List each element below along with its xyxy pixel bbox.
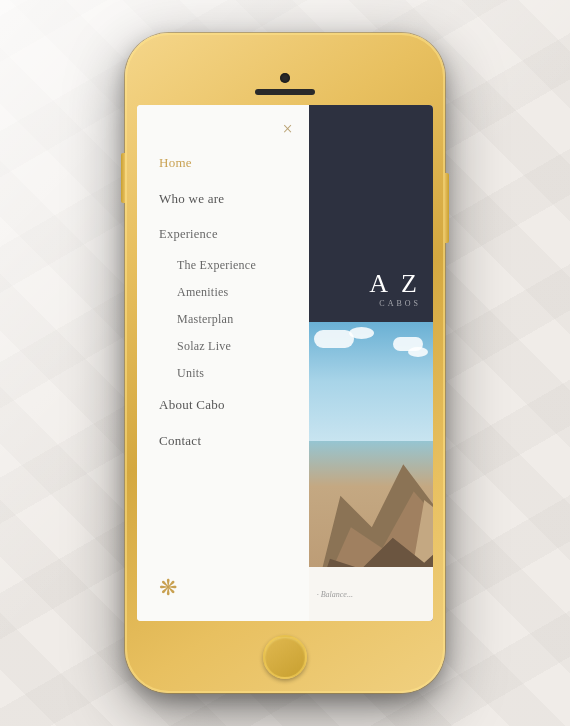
landscape-image: · Balance...: [309, 322, 433, 621]
brand-header: A Z CABOS: [309, 105, 433, 322]
phone-bottom: [125, 621, 445, 693]
screen-content: × Home Who we are Experience The Experie…: [137, 105, 433, 621]
nav-item-units[interactable]: Units: [159, 360, 309, 387]
phone-screen: × Home Who we are Experience The Experie…: [137, 105, 433, 621]
nav-item-experience[interactable]: Experience: [159, 217, 309, 252]
phone-top: [125, 33, 445, 105]
brand-name: A Z: [369, 271, 421, 297]
navigation: Home Who we are Experience The Experienc…: [137, 105, 309, 555]
menu-logo-area: ❋: [137, 555, 309, 621]
nav-item-the-experience[interactable]: The Experience: [159, 252, 309, 279]
nav-item-amenities[interactable]: Amenities: [159, 279, 309, 306]
nav-item-home[interactable]: Home: [159, 145, 309, 181]
brand-subtitle: CABOS: [379, 299, 421, 308]
nav-item-who-we-are[interactable]: Who we are: [159, 181, 309, 217]
cloud-4: [408, 347, 428, 357]
home-button[interactable]: [263, 635, 307, 679]
cloud-1: [314, 330, 354, 348]
menu-panel: × Home Who we are Experience The Experie…: [137, 105, 309, 621]
nav-item-about-cabo[interactable]: About Cabo: [159, 387, 309, 423]
nav-item-contact[interactable]: Contact: [159, 423, 309, 459]
close-button[interactable]: ×: [283, 119, 293, 140]
logo-icon: ❋: [159, 575, 177, 601]
content-panel: A Z CABOS: [309, 105, 433, 621]
caption-text: · Balance...: [317, 590, 353, 599]
speaker-icon: [255, 89, 315, 95]
nav-item-masterplan[interactable]: Masterplan: [159, 306, 309, 333]
cloud-2: [349, 327, 374, 339]
camera-icon: [280, 73, 290, 83]
nav-item-solaz-live[interactable]: Solaz Live: [159, 333, 309, 360]
phone-shell: × Home Who we are Experience The Experie…: [125, 33, 445, 693]
content-caption: · Balance...: [309, 567, 433, 621]
